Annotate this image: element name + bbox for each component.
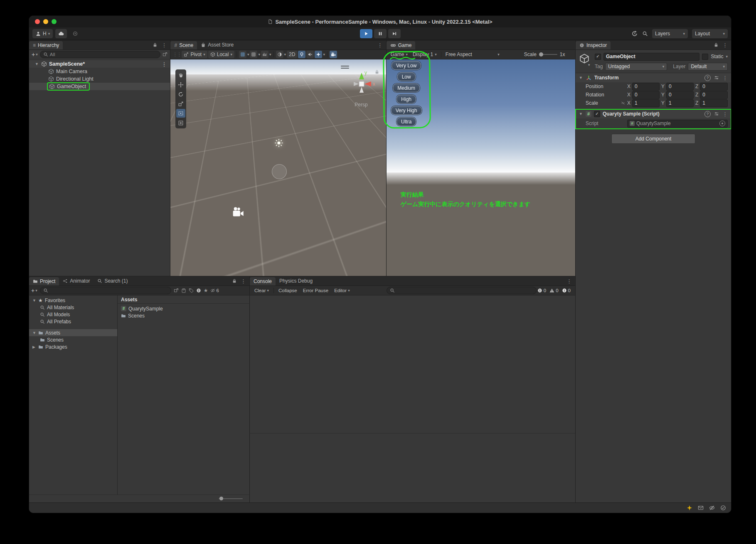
hierarchy-item-directional-light[interactable]: Directional Light [29,75,170,83]
info-count-toggle[interactable]: 0 [537,288,546,293]
quality-high-button[interactable]: High [396,95,416,103]
layout-dropdown[interactable]: Layout▾ [692,29,728,38]
scene-menu-icon[interactable]: ⋮ [161,61,170,67]
transform-tool-button[interactable] [176,118,185,127]
chevron-down-icon[interactable]: ▾ [323,53,325,57]
layers-dropdown[interactable]: Layers▾ [652,29,688,38]
tree-packages-row[interactable]: ▶ Packages [29,343,117,350]
tab-physics-debug[interactable]: Physics Debug [276,276,316,286]
lock-icon[interactable] [714,42,719,47]
scale-tool-button[interactable] [176,99,185,108]
component-enabled-checkbox[interactable]: ✓ [594,111,600,117]
step-button[interactable] [388,29,401,38]
hierarchy-search-input[interactable]: All [40,51,161,58]
presets-icon[interactable] [714,111,719,116]
foldout-arrow-icon[interactable]: ▶ [32,345,36,349]
scale-slider[interactable] [539,54,557,55]
hierarchy-item-main-camera[interactable]: Main Camera [29,68,170,75]
script-component-header[interactable]: ▼ # ✓ Quaryty Sample (Script) ? ⋮ [576,109,731,118]
scene-camera-settings-button[interactable] [330,51,337,58]
error-count-toggle[interactable]: 0 [562,288,571,293]
layer-dropdown[interactable]: Default ▾ [688,63,728,71]
quality-very-low-button[interactable]: Very Low [392,61,421,70]
script-object-field[interactable]: # QuarytySample [627,120,728,128]
quality-very-high-button[interactable]: Very High [391,106,422,115]
eye-hidden-icon[interactable] [709,505,715,511]
asset-quarytysample[interactable]: # QuarytySample [118,305,249,312]
error-pause-toggle[interactable]: Error Pause [300,287,331,294]
chevron-down-icon[interactable]: ▾ [247,53,249,57]
label-tag-icon[interactable] [189,288,194,293]
camera-gizmo[interactable] [232,206,244,218]
favorites-star-icon[interactable]: ★ [204,288,208,293]
popout-icon[interactable] [163,52,167,57]
mail-icon[interactable] [698,505,704,511]
shading-mode-button[interactable] [276,51,283,58]
lock-icon[interactable] [374,69,379,74]
panel-menu-icon[interactable]: ⋮ [566,278,572,284]
chevron-down-icon[interactable]: ▾ [284,53,286,57]
close-window-button[interactable] [35,19,40,24]
transform-header[interactable]: ▼ Transform ? ⋮ [576,73,731,82]
editor-dropdown[interactable]: Editor ▾ [332,287,352,294]
static-flags-dropdown-icon[interactable]: ▾ [726,55,728,59]
collapse-toggle[interactable]: Collapse [276,287,300,294]
rect-tool-button[interactable] [176,109,185,118]
play-button[interactable] [360,29,372,38]
effects-toggle[interactable] [315,51,322,58]
object-picker-icon[interactable] [719,121,725,126]
foldout-arrow-icon[interactable]: ▼ [32,298,36,303]
tab-asset-store[interactable]: Asset Store [197,40,237,49]
help-icon[interactable]: ? [704,75,711,81]
chevron-down-icon[interactable]: ▾ [269,53,271,57]
quality-medium-button[interactable]: Medium [393,84,420,92]
quality-low-button[interactable]: Low [397,72,416,81]
favorites-all-models[interactable]: All Models [29,311,117,318]
help-icon[interactable]: ? [704,111,711,117]
favorites-row[interactable]: ▼ ★ Favorites [29,297,117,304]
maximize-window-button[interactable] [52,19,57,24]
local-dropdown[interactable]: Local▾ [208,51,234,58]
version-control-button[interactable] [69,29,81,38]
tab-scene[interactable]: # Scene [170,41,197,49]
foldout-arrow-icon[interactable]: ▼ [579,76,583,80]
cloud-services-button[interactable] [55,29,67,38]
pause-button[interactable] [374,29,387,38]
grid-visibility-toggle[interactable] [239,51,246,58]
rotation-x-input[interactable]: 0 [632,91,660,99]
favorites-all-materials[interactable]: All Materials [29,304,117,311]
position-y-input[interactable]: 0 [666,83,694,91]
tab-game[interactable]: Game [387,41,416,49]
snap-increment-button[interactable] [261,51,268,58]
lock-icon[interactable] [153,42,158,47]
project-search-input[interactable] [40,287,171,294]
foldout-arrow-icon[interactable]: ▼ [35,62,39,66]
tree-scenes-row[interactable]: Scenes [29,336,117,343]
alert-icon[interactable] [196,288,201,293]
tree-assets-row[interactable]: ▼ Assets [29,329,117,336]
panel-menu-icon[interactable]: ⋮ [161,42,167,48]
search-icon[interactable] [642,31,648,37]
hidden-packages-toggle[interactable]: 6 [210,288,219,293]
tab-inspector[interactable]: Inspector [576,41,611,49]
slider-knob[interactable] [539,52,543,57]
assets-breadcrumb[interactable]: Assets [118,295,249,304]
panel-menu-icon[interactable]: ⋮ [722,42,728,48]
gameobject-icon[interactable]: ▾ [579,53,590,66]
warning-count-toggle[interactable]: 0 [549,288,558,293]
directional-light-gizmo[interactable] [274,138,283,148]
pivot-dropdown[interactable]: Pivot▾ [182,51,207,58]
create-object-button[interactable]: +▾ [32,51,38,58]
add-component-button[interactable]: Add Component [611,134,695,144]
thumbnail-size-slider[interactable] [219,498,243,499]
hierarchy-item-gameobject[interactable]: GameObject [29,83,170,90]
package-icon[interactable] [181,288,186,293]
create-asset-button[interactable]: +▾ [31,287,37,294]
foldout-arrow-icon[interactable]: ▼ [579,112,583,116]
account-dropdown[interactable]: H ▾ [32,29,53,38]
game-viewport[interactable]: Very Low Low Medium High Very High Ultra… [387,59,575,276]
panel-menu-icon[interactable]: ⋮ [241,278,246,284]
perspective-label[interactable]: Persp [355,102,367,108]
presets-icon[interactable] [714,75,719,80]
tab-search[interactable]: Search (1) [94,276,131,286]
